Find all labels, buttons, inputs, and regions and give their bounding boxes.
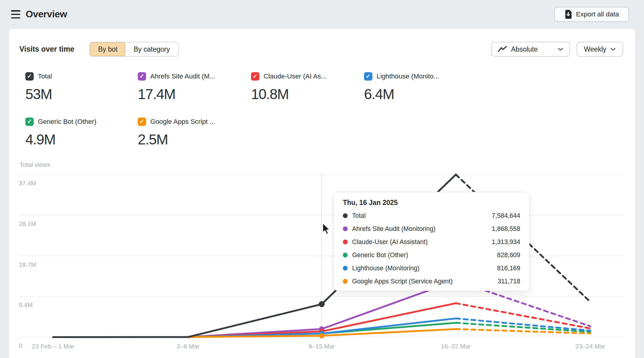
tooltip-row-value: 1,313,934 bbox=[492, 238, 520, 246]
x-tick-label: 2–8 Mar bbox=[177, 343, 199, 350]
y-tick-label: 37.4M bbox=[19, 180, 36, 186]
tooltip-row: Ahrefs Site Audit (Monitoring) 1,868,558 bbox=[343, 222, 520, 235]
hover-point-marker bbox=[319, 301, 325, 307]
tooltip-row-label: Lighthouse (Monitoring) bbox=[352, 265, 419, 272]
tooltip-row-value: 311,718 bbox=[498, 278, 520, 285]
tooltip-row-value: 7,584,644 bbox=[492, 212, 520, 220]
y-tick-label: 0 bbox=[19, 342, 22, 349]
series-dot bbox=[343, 240, 348, 244]
series-dot bbox=[343, 226, 348, 231]
x-tick-label: 9–15 Mar bbox=[309, 343, 335, 350]
x-tick-label: 23–24 Mar bbox=[575, 343, 605, 350]
series-dot bbox=[343, 266, 348, 271]
tooltip-row-label: Ahrefs Site Audit (Monitoring) bbox=[352, 225, 436, 233]
tooltip-row: Lighthouse (Monitoring) 816,169 bbox=[343, 262, 520, 275]
tooltip-date: Thu, 16 Jan 2025 bbox=[343, 199, 520, 207]
series-dot bbox=[343, 213, 348, 218]
tooltip-row-label: Google Apps Script (Service Agent) bbox=[352, 278, 453, 285]
tooltip-row-value: 1,868,558 bbox=[492, 225, 520, 233]
y-tick-label: 9.4M bbox=[19, 301, 33, 308]
tooltip-row-value: 828,609 bbox=[497, 251, 520, 259]
visits-line-chart[interactable]: 37.4M28.1M18.7M9.4M023 Feb – 1 Mar2–8 Ma… bbox=[0, 0, 644, 358]
tooltip-row: Claude-User (AI Assistant) 1,313,934 bbox=[343, 235, 520, 249]
tooltip-row-label: Claude-User (AI Assistant) bbox=[352, 238, 428, 246]
series-dot bbox=[343, 253, 348, 257]
chart-tooltip: Thu, 16 Jan 2025 Total 7,584,644 Ahrefs … bbox=[334, 192, 530, 291]
series-dot bbox=[343, 279, 348, 284]
x-tick-label: 23 Feb – 1 Mar bbox=[32, 343, 74, 350]
tooltip-row-value: 816,169 bbox=[497, 265, 520, 272]
hover-point-marker bbox=[319, 333, 324, 338]
x-tick-label: 16–22 Mar bbox=[441, 343, 471, 350]
tooltip-row: Total 7,584,644 bbox=[343, 209, 520, 222]
mouse-cursor bbox=[322, 223, 332, 236]
y-tick-label: 28.1M bbox=[19, 220, 36, 227]
tooltip-row-label: Total bbox=[352, 212, 366, 220]
tooltip-row-label: Generic Bot (Other) bbox=[352, 251, 408, 259]
tooltip-row: Generic Bot (Other) 828,609 bbox=[343, 249, 520, 262]
y-tick-label: 18.7M bbox=[19, 261, 36, 268]
tooltip-row: Google Apps Script (Service Agent) 311,7… bbox=[343, 275, 520, 288]
series-line-partial-dashed bbox=[456, 329, 590, 334]
